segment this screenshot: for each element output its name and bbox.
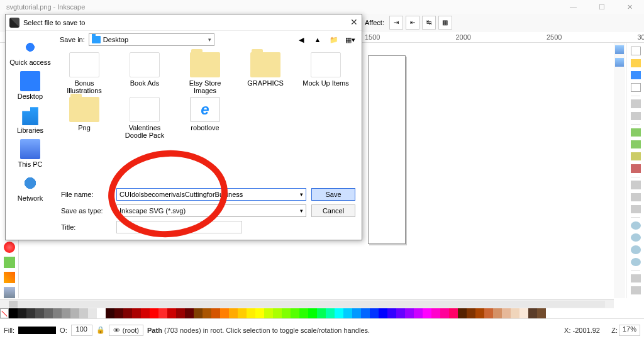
tool-icon[interactable] — [4, 272, 15, 283]
file-list[interactable]: Bonus IllustrationsBook AdsEtsy Store Im… — [55, 48, 362, 184]
color-swatch[interactable] — [79, 308, 88, 318]
color-swatch[interactable] — [18, 308, 26, 318]
tool-icon[interactable] — [4, 257, 15, 268]
color-swatch[interactable] — [326, 308, 335, 318]
color-swatch[interactable] — [282, 308, 291, 318]
xml-icon[interactable] — [631, 181, 641, 189]
color-swatch[interactable] — [317, 308, 326, 318]
layer-selector[interactable]: 👁 (root) — [109, 325, 143, 336]
color-swatch[interactable] — [291, 308, 299, 318]
color-swatch[interactable] — [537, 308, 546, 318]
save-as-type-combo[interactable]: Inkscape SVG (*.svg) — [116, 204, 306, 217]
color-swatch[interactable] — [264, 308, 273, 318]
color-swatch[interactable] — [26, 308, 35, 318]
title-input[interactable] — [116, 221, 242, 233]
color-swatch[interactable] — [229, 308, 238, 318]
color-swatch[interactable] — [379, 308, 387, 318]
zoom-in-icon[interactable] — [631, 233, 641, 242]
file-item[interactable]: Book Ads — [120, 52, 169, 94]
color-swatch[interactable] — [167, 308, 176, 318]
color-swatch[interactable] — [308, 308, 317, 318]
color-swatch[interactable] — [467, 308, 475, 318]
color-swatch[interactable] — [88, 308, 97, 318]
clone-icon[interactable] — [631, 286, 641, 294]
affect-btn-2[interactable]: ⇤ — [406, 16, 419, 30]
color-swatch[interactable] — [458, 308, 467, 318]
redo-icon[interactable] — [631, 112, 641, 120]
affect-btn-3[interactable]: ↹ — [422, 16, 436, 30]
color-swatch[interactable] — [343, 308, 352, 318]
color-swatch[interactable] — [423, 308, 431, 318]
color-swatch[interactable] — [70, 308, 79, 318]
color-swatch[interactable] — [220, 308, 229, 318]
color-swatch[interactable] — [176, 308, 185, 318]
no-color-swatch[interactable] — [0, 308, 9, 318]
opacity-input[interactable]: 100 — [71, 325, 92, 336]
color-swatch[interactable] — [440, 308, 449, 318]
undo-icon[interactable] — [631, 99, 641, 108]
sidebar-item-this-pc[interactable]: This PC — [8, 139, 52, 168]
color-swatch[interactable] — [519, 308, 528, 318]
zoom-fit-icon[interactable] — [631, 245, 641, 254]
zoom-icon[interactable] — [615, 58, 624, 67]
back-button[interactable]: ◀ — [295, 33, 308, 46]
text-icon[interactable] — [631, 205, 641, 213]
fill-swatch[interactable] — [18, 327, 56, 334]
lock-icon[interactable]: 🔒 — [96, 326, 105, 334]
color-swatch[interactable] — [62, 308, 70, 318]
color-swatch[interactable] — [114, 308, 123, 318]
color-swatch[interactable] — [211, 308, 220, 318]
color-swatch[interactable] — [299, 308, 308, 318]
arrow-icon[interactable] — [631, 140, 641, 148]
color-swatch[interactable] — [431, 308, 440, 318]
affect-btn-1[interactable]: ⇥ — [389, 16, 403, 30]
file-item[interactable]: GRAPHICS — [241, 52, 290, 94]
new-doc-icon[interactable] — [631, 47, 641, 55]
zoom-icon[interactable] — [615, 45, 624, 54]
sidebar-item-libraries[interactable]: Libraries — [8, 105, 52, 134]
align-icon[interactable] — [631, 193, 641, 201]
new-folder-button[interactable]: 📁 — [328, 33, 340, 46]
color-swatch[interactable] — [502, 308, 511, 318]
color-swatch[interactable] — [203, 308, 211, 318]
color-swatch[interactable] — [396, 308, 405, 318]
color-swatch[interactable] — [361, 308, 370, 318]
close-button[interactable]: ✕ — [616, 0, 644, 14]
view-menu-button[interactable]: ▦▾ — [344, 33, 357, 46]
horizontal-scrollbar[interactable] — [0, 299, 614, 308]
zoom-page-icon[interactable] — [631, 258, 641, 266]
sidebar-item-desktop[interactable]: Desktop — [8, 71, 52, 100]
sidebar-item-network[interactable]: Network — [8, 173, 52, 202]
file-item[interactable]: Bonus Illustrations — [60, 52, 109, 94]
color-swatch[interactable] — [493, 308, 502, 318]
color-swatch[interactable] — [528, 308, 537, 318]
affect-btn-4[interactable]: ▦ — [438, 16, 452, 30]
color-swatch[interactable] — [9, 308, 18, 318]
save-in-combo[interactable]: Desktop — [89, 33, 214, 46]
color-swatch[interactable] — [158, 308, 167, 318]
color-swatch[interactable] — [194, 308, 203, 318]
save-button[interactable]: Save — [311, 188, 355, 201]
color-swatch[interactable] — [449, 308, 458, 318]
save-icon[interactable] — [631, 71, 641, 79]
file-item[interactable]: Png — [60, 97, 109, 139]
zoom-input[interactable]: 17% — [619, 325, 640, 336]
color-swatch[interactable] — [123, 308, 132, 318]
arrow-icon[interactable] — [631, 128, 641, 137]
dialog-close-button[interactable]: ✕ — [350, 17, 358, 27]
color-swatch[interactable] — [387, 308, 396, 318]
color-swatch[interactable] — [475, 308, 484, 318]
color-swatch[interactable] — [150, 308, 158, 318]
cancel-button[interactable]: Cancel — [311, 204, 355, 217]
duplicate-icon[interactable] — [631, 274, 641, 282]
color-swatch[interactable] — [247, 308, 255, 318]
open-icon[interactable] — [631, 59, 641, 67]
file-item[interactable]: Valentines Doodle Pack — [120, 97, 169, 139]
file-name-input[interactable]: CUIdolsbecomerivalsCuttingforBusiness — [116, 188, 306, 201]
file-item[interactable]: Mock Up Items — [301, 52, 350, 94]
color-swatch[interactable] — [185, 308, 194, 318]
color-swatch[interactable] — [35, 308, 44, 318]
color-swatch[interactable] — [405, 308, 414, 318]
tool-icon[interactable] — [4, 287, 15, 298]
color-swatch[interactable] — [273, 308, 282, 318]
